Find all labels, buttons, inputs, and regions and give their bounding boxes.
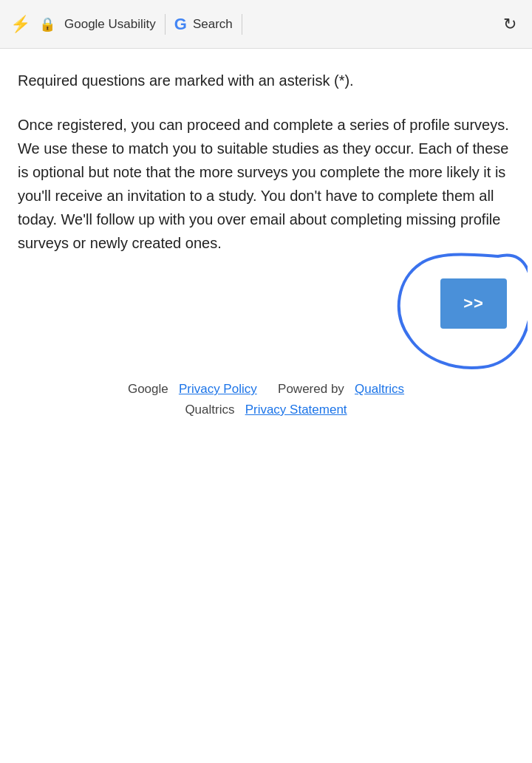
refresh-button[interactable]: ↻ (498, 13, 522, 36)
footer-line-2: Qualtrics Privacy Statement (18, 403, 514, 417)
next-button[interactable]: >> (440, 278, 507, 329)
intro-text: Required questions are marked with an as… (18, 69, 514, 92)
main-content: Required questions are marked with an as… (0, 49, 532, 358)
google-label: Google (128, 382, 168, 396)
footer-line-1: Google Privacy Policy Powered by Qualtri… (18, 382, 514, 397)
privacy-statement-link[interactable]: Privacy Statement (245, 403, 347, 417)
lightning-icon: ⚡ (10, 15, 30, 34)
divider-2 (242, 14, 242, 35)
browser-bar: ⚡ 🔒 Google Usability G Search ↻ (0, 0, 532, 49)
lock-icon: 🔒 (39, 16, 55, 32)
body-text: Once registered, you can proceed and com… (18, 113, 514, 255)
qualtrics-privacy-label: Qualtrics (185, 403, 234, 417)
page-title: Google Usability (64, 17, 156, 32)
privacy-policy-link[interactable]: Privacy Policy (179, 382, 257, 396)
search-label: Search (193, 17, 233, 32)
qualtrics-link[interactable]: Qualtrics (355, 382, 404, 396)
divider-1 (165, 14, 166, 35)
button-area: >> (18, 278, 514, 329)
google-g-icon: G (174, 15, 187, 34)
footer: Google Privacy Policy Powered by Qualtri… (0, 358, 532, 441)
google-search-area[interactable]: G Search (174, 15, 233, 34)
powered-by-label: Powered by (278, 382, 344, 396)
